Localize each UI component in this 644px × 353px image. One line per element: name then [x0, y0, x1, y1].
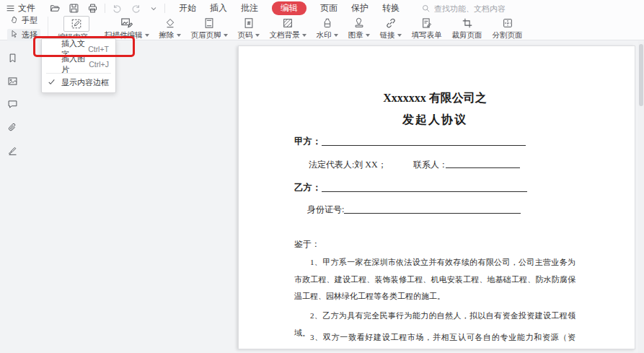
tab-convert[interactable]: 转换	[382, 2, 400, 14]
clause-3: 3、双方一致看好建设工程市场，并相互认可各自的专业能力和资源（资金）优势，拟共同…	[294, 329, 575, 349]
hand-tool-icon	[10, 15, 19, 25]
select-tool-button[interactable]: 选择	[7, 29, 40, 41]
redo-icon[interactable]	[131, 3, 141, 14]
undo-icon[interactable]	[112, 3, 123, 14]
page-number-button[interactable]: 页码	[233, 14, 265, 40]
divider	[48, 17, 48, 38]
fill-form-button[interactable]: 填写表单	[407, 14, 447, 40]
search-input[interactable]	[434, 4, 535, 13]
legal-rep-row: 法定代表人:刘 XX； 联系人：	[294, 159, 575, 170]
pdf-editor-window: 文件	[0, 0, 644, 353]
page-number-icon	[243, 16, 255, 30]
quick-actions	[50, 3, 98, 14]
file-menu-button[interactable]: 文件	[6, 2, 35, 14]
contact-label: 联系人：	[413, 159, 448, 171]
pdf-page[interactable]: Xxxxxxx 有限公司之 发起人协议 甲方： 法定代表人:刘 XX； 联系人：…	[238, 45, 635, 349]
crop-page-label: 裁剪页面	[452, 30, 482, 40]
page-number-label: 页码	[238, 30, 253, 40]
hand-tool-label: 手型	[22, 15, 38, 26]
menu-item-insert-image[interactable]: 插入图片 Ctrl+J	[42, 56, 115, 71]
more-actions-icon[interactable]	[149, 4, 158, 13]
comment-icon[interactable]	[4, 96, 20, 112]
stamp-icon	[353, 16, 365, 30]
chevron-down-icon	[302, 34, 306, 39]
crop-page-icon	[462, 16, 473, 30]
side-rail	[3, 50, 22, 158]
thumbnail-icon[interactable]	[4, 73, 20, 89]
divider	[105, 4, 105, 13]
search-box	[421, 4, 535, 13]
chevron-down-icon	[145, 34, 149, 39]
scrollbar-thumb[interactable]	[639, 44, 643, 106]
fill-form-icon	[421, 16, 433, 30]
ribbon-row: 手型 选择 编辑内容	[0, 14, 644, 40]
divider	[164, 4, 165, 13]
erase-button[interactable]: 擦除	[154, 14, 186, 40]
stamp-button[interactable]: 图章	[343, 14, 375, 40]
search-icon	[421, 4, 431, 13]
link-label: 链接	[380, 30, 395, 40]
link-icon	[385, 16, 397, 30]
menu-item-show-content-border[interactable]: 显示内容边框	[42, 75, 115, 90]
select-tool-label: 选择	[22, 30, 38, 40]
chevron-down-icon	[255, 34, 260, 39]
bookmark-icon[interactable]	[4, 50, 20, 66]
tab-comment[interactable]: 批注	[241, 2, 258, 14]
hamburger-menu-icon	[6, 4, 15, 13]
edit-content-icon	[63, 16, 89, 32]
split-page-icon	[502, 16, 513, 30]
document-content: Xxxxxxx 有限公司之 发起人协议 甲方： 法定代表人:刘 XX； 联系人：…	[294, 46, 575, 349]
ribbon-tabs: 开始 插入 批注 编辑 页面 保护 转换	[179, 1, 400, 15]
party-a-blank	[322, 136, 526, 146]
insert-text-shortcut: Ctrl+T	[88, 45, 109, 53]
header-footer-label: 页眉页脚	[191, 30, 221, 40]
chevron-down-icon	[177, 34, 181, 39]
attachment-icon[interactable]	[4, 119, 20, 135]
id-blank	[344, 204, 521, 214]
watermark-icon	[322, 16, 333, 30]
print-icon[interactable]	[87, 3, 98, 14]
party-a-row: 甲方：	[294, 134, 575, 148]
history-actions	[112, 3, 158, 14]
whereas-label: 鉴于：	[294, 238, 575, 250]
vertical-scrollbar[interactable]	[638, 41, 644, 353]
header-footer-button[interactable]: 页眉页脚	[186, 14, 233, 40]
save-icon[interactable]	[69, 3, 79, 14]
tab-page[interactable]: 页面	[320, 2, 338, 14]
stamp-label: 图章	[348, 30, 363, 40]
scan-edit-button[interactable]: 扫描件编辑	[100, 14, 154, 40]
fill-form-label: 填写表单	[412, 30, 442, 40]
tab-start[interactable]: 开始	[179, 2, 196, 14]
select-tool-icon	[10, 30, 19, 40]
hand-tool-button[interactable]: 手型	[7, 14, 40, 27]
open-file-icon[interactable]	[50, 3, 61, 14]
edit-content-dropdown-menu: 插入文字 Ctrl+T 插入图片 Ctrl+J 显示内容边框	[41, 38, 116, 93]
id-label: 身份证号:	[307, 204, 344, 214]
watermark-button[interactable]: 水印	[312, 14, 343, 40]
ribbon-buttons: 编辑内容 扫描件编辑 擦除	[53, 14, 528, 40]
chevron-down-icon	[224, 34, 228, 39]
toolbar: 文件	[0, 0, 644, 40]
erase-label: 擦除	[159, 30, 175, 40]
file-menu-label: 文件	[18, 2, 35, 14]
crop-page-button[interactable]: 裁剪页面	[447, 14, 488, 40]
split-page-button[interactable]: 分割页面	[488, 14, 528, 40]
erase-icon	[164, 16, 176, 30]
split-page-label: 分割页面	[493, 30, 523, 40]
chevron-down-icon	[334, 34, 338, 39]
pointer-tools: 手型 选择	[4, 14, 43, 40]
clause-1: 1、甲方系一家在深圳市依法设立并有效存续的有限公司，公司主营业务为市政工程、建设…	[294, 254, 575, 305]
doc-background-button[interactable]: 文档背景	[265, 14, 312, 40]
watermark-label: 水印	[317, 30, 332, 40]
tab-edit-active[interactable]: 编辑	[272, 1, 306, 15]
party-a-label: 甲方：	[294, 136, 322, 147]
link-button[interactable]: 链接	[375, 14, 407, 40]
edit-content-button[interactable]: 编辑内容	[53, 14, 100, 40]
tab-protect[interactable]: 保护	[351, 2, 369, 14]
chevron-down-icon	[397, 34, 402, 39]
id-row: 身份证号:	[294, 202, 575, 216]
tab-insert[interactable]: 插入	[210, 2, 227, 14]
party-b-label: 乙方：	[294, 183, 322, 193]
insert-image-shortcut: Ctrl+J	[89, 60, 109, 69]
signature-icon[interactable]	[4, 142, 20, 158]
